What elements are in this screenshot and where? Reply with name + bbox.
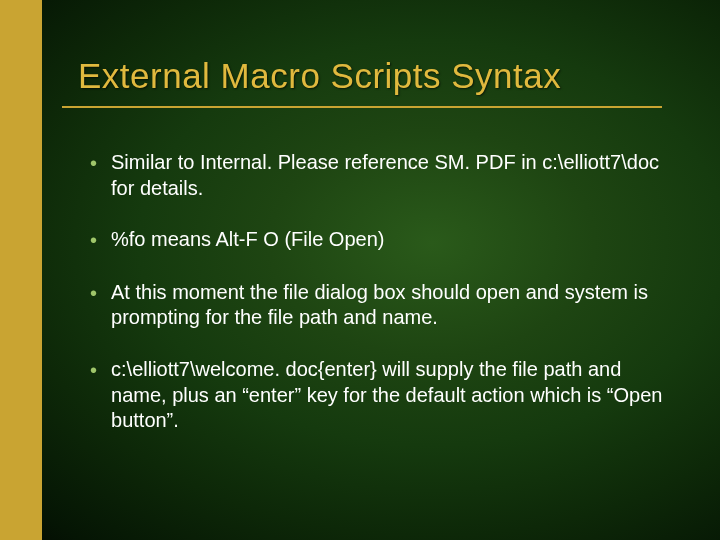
bullet-icon: •	[90, 358, 97, 384]
bullet-text: At this moment the file dialog box shoul…	[111, 280, 670, 331]
bullet-icon: •	[90, 151, 97, 177]
bullet-text: c:\elliott7\welcome. doc{enter} will sup…	[111, 357, 670, 434]
bullet-icon: •	[90, 228, 97, 254]
slide: External Macro Scripts Syntax • Similar …	[0, 0, 720, 540]
content-area: • Similar to Internal. Please reference …	[90, 150, 670, 460]
bullet-text: %fo means Alt-F O (File Open)	[111, 227, 670, 253]
bullet-icon: •	[90, 281, 97, 307]
bullet-text: Similar to Internal. Please reference SM…	[111, 150, 670, 201]
bullet-item: • %fo means Alt-F O (File Open)	[90, 227, 670, 254]
slide-title: External Macro Scripts Syntax	[78, 56, 561, 96]
bullet-item: • c:\elliott7\welcome. doc{enter} will s…	[90, 357, 670, 434]
title-underline	[62, 106, 662, 108]
bullet-item: • At this moment the file dialog box sho…	[90, 280, 670, 331]
bullet-item: • Similar to Internal. Please reference …	[90, 150, 670, 201]
left-accent-bar	[0, 0, 42, 540]
